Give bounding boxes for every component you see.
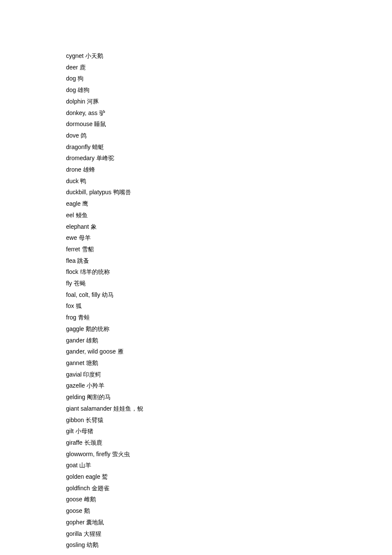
- english-term: ewe: [66, 234, 77, 241]
- vocabulary-entry: flea 跳蚤: [66, 255, 392, 267]
- vocabulary-entry: gander 雄鹅: [66, 335, 392, 346]
- vocabulary-entry: fly 苍蝇: [66, 278, 392, 289]
- english-term: dog: [66, 86, 76, 93]
- english-term: gannet: [66, 359, 84, 366]
- english-term: goose: [66, 496, 82, 503]
- chinese-translation: 鹰: [82, 200, 88, 207]
- english-term: dog: [66, 75, 76, 82]
- vocabulary-entry: fox 狐: [66, 300, 392, 312]
- vocabulary-entry: giant salamander 娃娃鱼，鲵: [66, 403, 392, 414]
- english-term: dormouse: [66, 121, 92, 127]
- vocabulary-entry: deer 鹿: [66, 62, 392, 73]
- vocabulary-entry: ewe 母羊: [66, 232, 392, 244]
- vocabulary-entry: flock 绵羊的统称: [66, 266, 392, 278]
- english-term: deer: [66, 64, 78, 71]
- vocabulary-entry: gopher 囊地鼠: [66, 517, 392, 528]
- vocabulary-entry: gazelle 小羚羊: [66, 380, 392, 391]
- vocabulary-entry: elephant 象: [66, 221, 392, 233]
- chinese-translation: 蜻蜓: [92, 144, 104, 150]
- chinese-translation: 雌鹅: [84, 496, 96, 503]
- english-term: dove: [66, 132, 79, 139]
- english-term: gopher: [66, 519, 86, 526]
- vocabulary-entry: donkey, ass 驴: [66, 107, 392, 119]
- english-term: gibbon: [66, 417, 84, 423]
- chinese-translation: 狗: [78, 75, 84, 82]
- english-term: duck: [66, 178, 79, 184]
- vocabulary-entry: foal, colt, filly 幼马: [66, 289, 392, 301]
- chinese-translation: 囊地鼠: [86, 519, 104, 526]
- chinese-translation: 山羊: [79, 462, 91, 469]
- vocabulary-entry: goose 雌鹅: [66, 494, 392, 505]
- english-term: fox: [66, 302, 76, 309]
- english-term: donkey, ass: [66, 109, 98, 116]
- vocabulary-entry: ferret 雪貂: [66, 244, 392, 255]
- english-term: gaggle: [66, 325, 84, 332]
- english-term: gelding: [66, 394, 87, 400]
- english-term: flock: [66, 268, 80, 275]
- vocabulary-entry: gilt 小母猪: [66, 426, 392, 437]
- chinese-translation: 娃娃鱼，鲵: [113, 405, 143, 412]
- chinese-translation: 雄鹅: [86, 337, 98, 344]
- vocabulary-entry: duck 鸭: [66, 175, 392, 187]
- english-term: frog: [66, 314, 78, 321]
- vocabulary-entry: eel 鳗鱼: [66, 210, 392, 221]
- chinese-translation: 雄蜂: [83, 166, 95, 173]
- english-term: drone: [66, 166, 81, 173]
- chinese-translation: 鹫: [102, 473, 108, 480]
- chinese-translation: 小母猪: [75, 428, 93, 434]
- vocabulary-entry: dog 雄狗: [66, 84, 392, 96]
- vocabulary-entry: dromedary 单峰驼: [66, 152, 392, 164]
- chinese-translation: 小羚羊: [86, 382, 104, 389]
- chinese-translation: 金翅雀: [92, 485, 110, 492]
- chinese-translation: 鹅的统称: [86, 325, 110, 332]
- english-term: flea: [66, 257, 76, 264]
- vocabulary-entry: gaggle 鹅的统称: [66, 323, 392, 335]
- english-term: eagle: [66, 200, 81, 207]
- english-term: golden eagle: [66, 473, 100, 480]
- english-term: gosling: [66, 541, 86, 548]
- vocabulary-entry: giraffe 长颈鹿: [66, 437, 392, 449]
- chinese-translation: 鸽: [81, 132, 86, 139]
- english-term: dragonfly: [66, 144, 92, 150]
- chinese-translation: 鸭嘴兽: [113, 189, 131, 196]
- english-term: elephant: [66, 223, 89, 230]
- vocabulary-entry: goat 山羊: [66, 460, 392, 471]
- vocabulary-entry: gosling 幼鹅: [66, 539, 392, 551]
- chinese-translation: 母羊: [79, 234, 91, 241]
- vocabulary-entry: glowworm, firefly 萤火虫: [66, 449, 392, 460]
- chinese-translation: 长臂猿: [86, 417, 104, 423]
- chinese-translation: 鳗鱼: [76, 212, 88, 219]
- english-term: gander: [66, 337, 85, 344]
- vocabulary-entry: gelding 阉割的马: [66, 391, 392, 403]
- vocabulary-entry: dormouse 睡鼠: [66, 118, 392, 130]
- english-term: ferret: [66, 246, 82, 253]
- vocabulary-entry: dolphin 河豚: [66, 96, 392, 107]
- english-term: goldfinch: [66, 485, 92, 492]
- vocabulary-entry: dog 狗: [66, 73, 392, 84]
- english-term: goat: [66, 462, 78, 469]
- english-term: gorilla: [66, 530, 84, 537]
- english-term: glowworm, firefly: [66, 451, 112, 457]
- english-term: cygnet: [66, 52, 84, 59]
- vocabulary-entry: cygnet 小天鹅: [66, 50, 392, 62]
- vocabulary-entry: gavial 印度鳄: [66, 369, 392, 380]
- english-term: gilt: [66, 428, 75, 434]
- chinese-translation: 绵羊的统称: [80, 268, 110, 275]
- english-term: giraffe: [66, 439, 84, 446]
- vocabulary-entry: gorilla 大猩猩: [66, 528, 392, 540]
- chinese-translation: 印度鳄: [83, 371, 101, 378]
- chinese-translation: 单峰驼: [96, 155, 114, 161]
- vocabulary-entry: gibbon 长臂猿: [66, 414, 392, 426]
- chinese-translation: 大猩猩: [84, 530, 101, 537]
- vocabulary-entry: dragonfly 蜻蜓: [66, 141, 392, 153]
- vocabulary-entry: gannet 塘鹅: [66, 357, 392, 369]
- english-term: goose: [66, 507, 82, 514]
- english-term: gander, wild goose: [66, 348, 116, 355]
- english-term: gazelle: [66, 382, 85, 389]
- chinese-translation: 幼鹅: [86, 541, 98, 548]
- chinese-translation: 幼马: [102, 291, 114, 298]
- chinese-translation: 塘鹅: [86, 359, 98, 366]
- chinese-translation: 跳蚤: [77, 257, 89, 264]
- vocabulary-entry: frog 青蛙: [66, 312, 392, 323]
- english-term: gavial: [66, 371, 82, 378]
